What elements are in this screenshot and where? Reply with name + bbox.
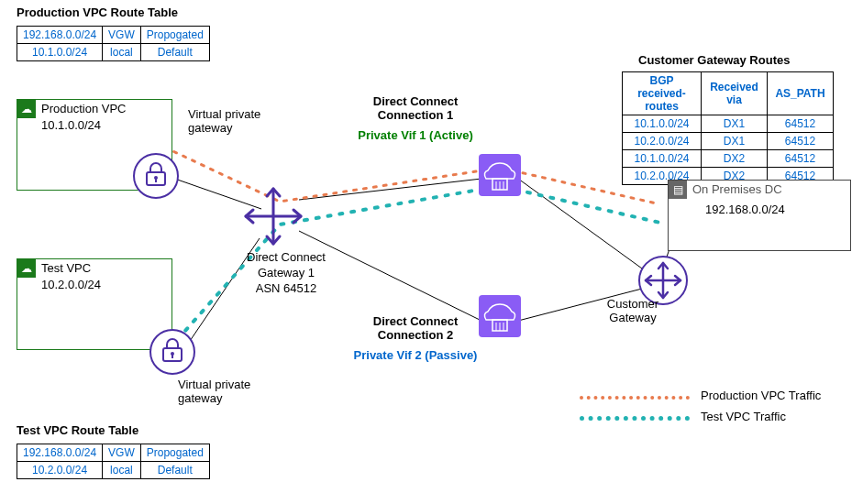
dxgw-line3: ASN 64512 [256,281,317,295]
cell: Default [140,462,209,479]
cell: 10.1.0.0/24 [17,44,103,61]
test-route-table-title: Test VPC Route Table [17,423,138,437]
cloud-icon: ☁ [17,259,36,278]
server-icon: ▤ [669,181,687,199]
onprem-name: On Premises DC [692,182,782,196]
c: 64512 [768,133,834,150]
svg-line-2 [299,179,481,200]
legend-test-line [580,416,690,421]
prod-vpc-cidr: 10.1.0.0/24 [41,118,101,132]
c: 10.1.0.0/24 [623,115,702,133]
dx-port-icon [479,154,521,196]
legend-test-label: Test VPC Traffic [701,410,786,423]
cell: Default [140,44,209,61]
cell: local [103,462,141,479]
vgw-icon [149,328,196,376]
c: DX1 [702,133,768,150]
dx1-vif: Private Vif 1 (Active) [347,128,484,142]
cell: VGW [103,27,141,44]
cell: Propogated [140,27,209,44]
cgw-table-title: Customer Gateway Routes [638,53,790,67]
cell: 10.2.0.0/24 [17,462,103,479]
h: Received via [702,72,768,115]
cell: 192.168.0.0/24 [17,27,103,44]
onprem-cidr: 192.168.0.0/24 [705,203,785,216]
c: DX2 [702,150,768,168]
legend-prod-label: Production VPC Traffic [701,389,821,402]
c: 10.1.0.0/24 [623,150,702,168]
test-vpc-name: Test VPC [41,261,91,275]
prod-vpc-name: Production VPC [41,102,127,115]
dx2-vif: Private Vif 2 (Passive) [347,348,484,362]
test-route-table: 192.168.0.0/24 VGW Propogated 10.2.0.0/2… [17,444,210,479]
c: 10.2.0.0/24 [623,133,702,150]
dxgw-icon [240,183,306,249]
dx1-title: Direct Connect Connection 1 [347,94,484,122]
onprem-box: ▤ On Premises DC 192.168.0.0/24 [668,180,851,251]
cell: local [103,44,141,61]
cell: Propogated [140,444,209,462]
cell: 192.168.0.0/24 [17,444,103,462]
c: 64512 [768,150,834,168]
dxgw-label: Direct Connect Gateway 1 ASN 64512 [231,250,341,297]
vgw-icon [132,152,180,200]
c: 64512 [768,115,834,133]
cloud-icon: ☁ [17,100,36,118]
vgw2-label: Virtual private gateway [178,378,260,405]
legend-prod-line [580,396,690,400]
h: AS_PATH [768,72,834,115]
svg-line-4 [518,179,642,268]
test-vpc-cidr: 10.2.0.0/24 [41,278,101,291]
cell: VGW [103,444,141,462]
dxgw-line1: Direct Connect [247,250,326,264]
dx-port-icon [479,295,521,337]
c: DX1 [702,115,768,133]
dxgw-line2: Gateway 1 [258,266,315,279]
prod-route-table: 192.168.0.0/24 VGW Propogated 10.1.0.0/2… [17,26,210,61]
h: BGP received-routes [623,72,702,115]
cgw-table: BGP received-routes Received via AS_PATH… [622,71,834,185]
dx2-title: Direct Connect Connection 2 [347,314,484,342]
prod-route-table-title: Production VPC Route Table [17,5,178,19]
cgw-label: Customer Gateway [601,297,665,324]
vgw1-label: Virtual private gateway [188,107,271,135]
